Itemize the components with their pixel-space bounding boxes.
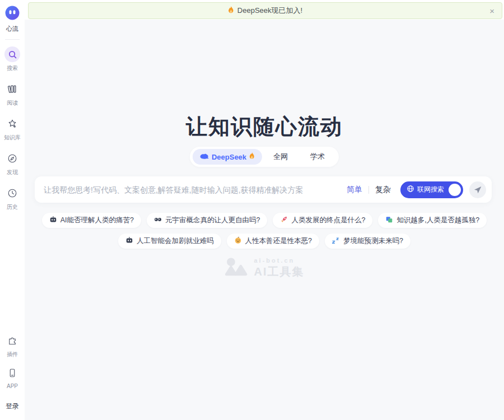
send-icon: [473, 185, 482, 194]
app-name: 心流: [6, 25, 18, 33]
eyes-icon: [154, 216, 162, 225]
tab-whole-web[interactable]: 全网: [262, 149, 299, 165]
sidebar-item-knowledge[interactable]: 知识库: [4, 116, 21, 142]
suggestion-chip[interactable]: 人工智能会加剧就业难吗: [118, 234, 221, 249]
flame-icon: [228, 6, 234, 16]
mode-complex-option[interactable]: 复杂: [375, 185, 391, 195]
page-title: 让知识随心流动: [25, 113, 504, 141]
sidebar-item-read[interactable]: 阅读: [4, 81, 20, 107]
announcement-banner: DeepSeek现已加入! ×: [28, 2, 502, 19]
suggestion-row-2: 人工智能会加剧就业难吗 人性本善还是性本恶?: [25, 234, 504, 249]
suggestion-chip[interactable]: 人类发展的终点是什么?: [273, 213, 372, 228]
tab-label: 全网: [273, 152, 288, 162]
login-link[interactable]: 登录: [6, 402, 19, 411]
sidebar-item-app[interactable]: APP: [4, 365, 20, 389]
discover-icon: [4, 151, 20, 166]
suggestion-row-1: AI能否理解人类的痛苦? 元宇宙概念真的让人更自由吗?: [25, 213, 504, 228]
main-area: DeepSeek现已加入! × 让知识随心流动 DeepSeek: [25, 0, 504, 420]
send-button[interactable]: [469, 181, 486, 198]
watermark: ai-bot.cn AI工具集: [225, 256, 305, 280]
mode-simple-option[interactable]: 简单: [347, 185, 362, 195]
tab-academic[interactable]: 学术: [299, 149, 336, 165]
suggestion-chip[interactable]: 梦境能预测未来吗?: [325, 234, 410, 249]
knowledge-icon: [4, 116, 20, 132]
search-bar: 简单 复杂 联网搜索: [35, 176, 492, 203]
ai-bot-logo-icon: [225, 256, 250, 280]
sidebar-item-plugin[interactable]: 插件: [4, 333, 20, 358]
plugin-icon: [4, 333, 20, 348]
suggestion-chip[interactable]: AI能否理解人类的痛苦?: [42, 213, 141, 228]
close-icon[interactable]: ×: [489, 7, 494, 15]
app-icon: [4, 365, 20, 381]
books-icon: [385, 216, 393, 225]
tab-label: DeepSeek: [212, 153, 246, 161]
mode-divider: [368, 186, 369, 194]
watermark-domain: ai-bot.cn: [254, 257, 305, 264]
flame-icon: [249, 152, 255, 161]
tab-label: 学术: [310, 152, 325, 162]
rocket-icon: [280, 216, 288, 225]
baby-icon: [234, 236, 242, 246]
zzz-icon: [332, 236, 340, 246]
app-window: 心流 搜索 阅读: [0, 0, 504, 420]
whale-icon: [200, 153, 209, 161]
globe-icon: [407, 185, 414, 194]
robot-icon: [49, 216, 57, 225]
suggestion-chip[interactable]: 人性本善还是性本恶?: [227, 234, 319, 249]
suggestion-chip[interactable]: 知识越多,人类是否越孤独?: [378, 213, 487, 228]
suggestion-chip[interactable]: 元宇宙概念真的让人更自由吗?: [147, 213, 267, 228]
sidebar: 心流 搜索 阅读: [0, 0, 25, 420]
search-scope-tabs: DeepSeek 全网 学术: [190, 147, 339, 167]
history-icon: [4, 185, 20, 201]
search-icon: [4, 46, 20, 62]
banner-text: DeepSeek现已加入!: [237, 6, 302, 16]
app-logo[interactable]: [4, 5, 20, 23]
sidebar-item-search[interactable]: 搜索: [4, 46, 20, 72]
robot-icon: [125, 236, 133, 246]
toggle-knob: [449, 184, 461, 196]
tab-deepseek[interactable]: DeepSeek: [193, 149, 262, 165]
read-icon: [4, 81, 20, 97]
sidebar-bottom: 插件 APP 登录: [0, 333, 25, 411]
sidebar-divider: [5, 39, 20, 40]
watermark-title: AI工具集: [254, 264, 305, 279]
web-search-label: 联网搜索: [417, 185, 444, 194]
sidebar-item-history[interactable]: 历史: [4, 185, 20, 211]
web-search-toggle[interactable]: 联网搜索: [400, 181, 463, 198]
sidebar-item-discover[interactable]: 发现: [4, 151, 20, 176]
xinliu-logo-icon: [4, 13, 20, 22]
search-input[interactable]: [44, 185, 347, 194]
